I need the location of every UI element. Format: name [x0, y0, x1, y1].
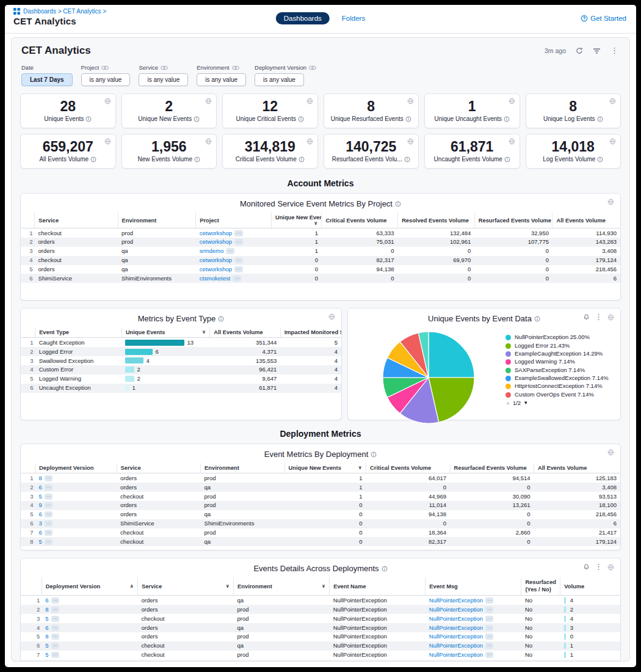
sort-icon[interactable]: ∧: [129, 583, 134, 589]
table-link[interactable]: 6: [39, 529, 42, 536]
more-pill[interactable]: ⋯: [45, 520, 53, 527]
info-icon[interactable]: [404, 156, 410, 163]
more-pill[interactable]: ⋯: [45, 484, 53, 491]
legend-item[interactable]: Logged Error 21.43%: [505, 342, 614, 349]
bell-icon[interactable]: [583, 313, 590, 321]
info-icon[interactable]: [85, 116, 92, 122]
more-pill[interactable]: ⋯: [45, 539, 53, 545]
table-link[interactable]: ctsmoketest: [200, 275, 231, 282]
filter-value-button[interactable]: is any value: [139, 73, 188, 86]
info-icon[interactable]: [504, 156, 510, 163]
more-pill[interactable]: ⋯: [51, 661, 60, 662]
info-icon[interactable]: [405, 116, 411, 122]
table-link[interactable]: NullPointerException: [429, 597, 483, 604]
table-link[interactable]: 8: [39, 475, 42, 481]
pie-slice[interactable]: [429, 332, 474, 378]
column-header[interactable]: Service∨: [137, 577, 233, 596]
table-link[interactable]: 5: [45, 615, 48, 622]
sort-icon[interactable]: ∨: [202, 329, 206, 335]
sort-icon[interactable]: ∨: [358, 465, 363, 470]
info-icon[interactable]: [194, 156, 200, 163]
legend-item[interactable]: ExampleSwallowedException 7.14%: [505, 374, 614, 382]
more-menu-icon[interactable]: ⋮: [595, 564, 603, 570]
more-pill[interactable]: ⋯: [234, 230, 243, 236]
table-link[interactable]: srmdemo: [200, 247, 224, 254]
table-link[interactable]: 6: [45, 660, 48, 662]
more-pill[interactable]: ⋯: [234, 257, 243, 263]
sort-icon[interactable]: ∨: [314, 221, 318, 226]
sort-icon[interactable]: ∨: [322, 583, 326, 589]
table-link[interactable]: NullPointerException: [429, 633, 483, 640]
filter-value-button[interactable]: is any value: [81, 73, 131, 86]
more-pill[interactable]: ⋯: [51, 634, 60, 640]
info-icon[interactable]: [90, 156, 96, 163]
more-pill[interactable]: ⋯: [51, 597, 60, 604]
column-header[interactable]: Volume: [560, 577, 620, 596]
filter-icon[interactable]: [593, 48, 601, 54]
table-link[interactable]: 9: [39, 502, 42, 508]
refresh-icon[interactable]: [576, 47, 583, 54]
table-link[interactable]: 6: [45, 624, 48, 631]
more-pill[interactable]: ⋯: [51, 652, 60, 658]
column-header[interactable]: Deployment Version: [35, 463, 117, 473]
column-header[interactable]: Impacted Monitored Services: [280, 327, 341, 338]
more-pill[interactable]: ⋯: [51, 616, 60, 622]
table-link[interactable]: NullPointerException: [429, 615, 483, 622]
info-icon[interactable]: [395, 201, 401, 207]
info-icon[interactable]: [382, 566, 388, 572]
column-header[interactable]: Resurfaced (Yes / No): [521, 577, 560, 596]
table-link[interactable]: NullPointerException: [429, 651, 483, 658]
table-link[interactable]: 8: [45, 633, 48, 640]
table-link[interactable]: 5: [45, 651, 48, 658]
more-pill[interactable]: ⋯: [234, 239, 243, 245]
table-link[interactable]: cetworkshop: [200, 266, 232, 272]
column-header[interactable]: Critical Events Volume: [366, 463, 450, 473]
more-pill[interactable]: ⋯: [45, 475, 53, 481]
column-header[interactable]: Event Type: [35, 327, 122, 338]
page-down-icon[interactable]: ▼: [523, 400, 528, 406]
more-pill[interactable]: ⋯: [233, 276, 241, 282]
more-pill[interactable]: ⋯: [485, 643, 494, 649]
info-icon[interactable]: [597, 116, 603, 122]
table-link[interactable]: 6: [39, 511, 42, 517]
table-link[interactable]: 3: [39, 520, 42, 527]
column-header[interactable]: Project: [196, 213, 272, 228]
more-pill[interactable]: ⋯: [485, 652, 494, 658]
filter-value-button[interactable]: Last 7 Days: [21, 73, 73, 86]
table-link[interactable]: NullPointerException: [429, 660, 483, 662]
pie-chart[interactable]: [352, 329, 505, 424]
legend-item[interactable]: SAXParseException 7.14%: [505, 367, 614, 374]
info-icon[interactable]: [371, 451, 377, 458]
more-pill[interactable]: ⋯: [45, 511, 53, 517]
info-icon[interactable]: [298, 116, 304, 122]
column-header[interactable]: Resolved Events Volume: [398, 213, 475, 228]
page-up-icon[interactable]: ▲: [505, 400, 510, 406]
more-pill[interactable]: ⋯: [51, 607, 60, 613]
more-pill[interactable]: ⋯: [485, 597, 494, 604]
info-icon[interactable]: [218, 316, 224, 322]
more-pill[interactable]: ⋯: [45, 502, 53, 508]
info-icon[interactable]: [534, 316, 540, 322]
column-header[interactable]: Unique New Ever∨: [271, 213, 321, 228]
column-header[interactable]: Service: [117, 463, 200, 473]
table-link[interactable]: NullPointerException: [429, 624, 483, 631]
legend-item[interactable]: NullPointerException 25.00%: [505, 334, 614, 341]
table-link[interactable]: cetworkshop: [200, 257, 232, 263]
info-icon[interactable]: [299, 156, 305, 163]
sort-icon[interactable]: ∨: [226, 583, 230, 589]
more-pill[interactable]: ⋯: [485, 616, 494, 622]
table-link[interactable]: NullPointerException: [429, 642, 483, 649]
column-header[interactable]: Environment: [118, 213, 196, 228]
table-link[interactable]: 6: [39, 484, 42, 491]
table-link[interactable]: 5: [45, 642, 48, 649]
table-link[interactable]: NullPointerException: [429, 606, 483, 613]
table-link[interactable]: cetworkshop: [200, 230, 232, 236]
more-pill[interactable]: ⋯: [485, 607, 494, 613]
column-header[interactable]: Unique Events∨: [121, 327, 209, 338]
column-header[interactable]: All Events Volume: [534, 463, 620, 473]
legend-item[interactable]: ExampleCaughtException 14.29%: [505, 350, 614, 357]
more-menu-icon[interactable]: ⋮: [610, 48, 618, 54]
column-header[interactable]: Environment: [201, 463, 284, 473]
column-header[interactable]: Event Name: [330, 577, 426, 596]
more-pill[interactable]: ⋯: [51, 625, 60, 631]
